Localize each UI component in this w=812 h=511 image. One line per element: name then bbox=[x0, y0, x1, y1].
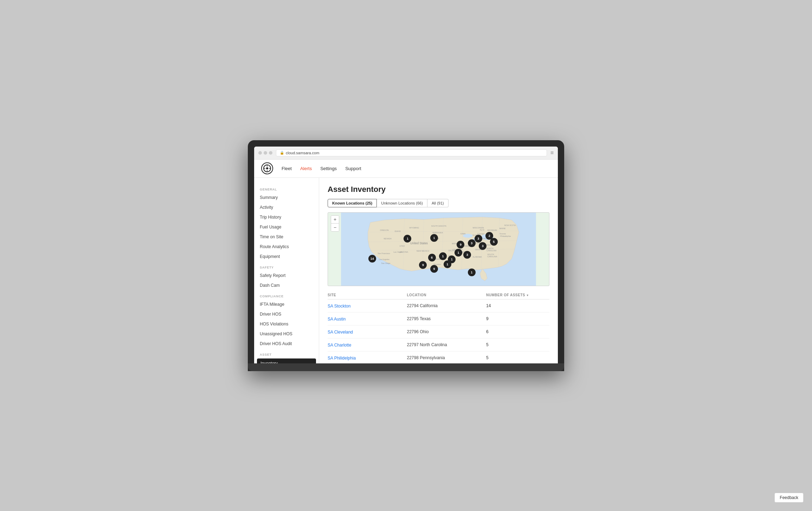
svg-text:Chicago: Chicago bbox=[477, 233, 484, 235]
sidebar-item-activity[interactable]: Activity bbox=[254, 202, 319, 212]
map-pin-8: 1 bbox=[448, 256, 456, 263]
map-container: United States OREGON NEVADA IDAHO WYOMIN… bbox=[328, 212, 549, 286]
map-pin-dallas: 6 bbox=[428, 254, 436, 261]
sidebar-item-driver-hos-audit[interactable]: Driver HOS Audit bbox=[254, 339, 319, 349]
nav-alerts[interactable]: Alerts bbox=[300, 164, 312, 173]
cell-count-0: 14 bbox=[486, 303, 549, 308]
svg-text:NJ D: NJ D bbox=[480, 228, 484, 231]
map-pin-5: 9 bbox=[430, 265, 438, 273]
lock-icon: 🔒 bbox=[280, 151, 284, 155]
sidebar-item-driver-hos[interactable]: Driver HOS bbox=[254, 309, 319, 319]
cell-site-0[interactable]: SA Stockton bbox=[328, 303, 407, 309]
map-svg: United States OREGON NEVADA IDAHO WYOMIN… bbox=[328, 213, 549, 286]
sidebar-section-safety: SAFETY bbox=[254, 261, 319, 271]
svg-text:OREGON: OREGON bbox=[380, 229, 389, 231]
sidebar-section-compliance: COMPLIANCE bbox=[254, 290, 319, 299]
map-pin-charlotte: 3 bbox=[463, 251, 471, 259]
browser-dots bbox=[258, 151, 272, 155]
svg-text:Philadelphia: Philadelphia bbox=[500, 235, 511, 237]
sidebar-section-asset: ASSET bbox=[254, 349, 319, 358]
map-pin-boston: 5 bbox=[490, 238, 498, 246]
svg-text:CAROLINA: CAROLINA bbox=[487, 255, 497, 257]
cell-site-2[interactable]: SA Cleveland bbox=[328, 329, 407, 335]
page-title: Asset Inventory bbox=[328, 185, 549, 194]
map-pin-philly: 3 bbox=[479, 242, 486, 250]
svg-text:NEVADA: NEVADA bbox=[384, 238, 392, 240]
table-row: SA Cleveland 22796 Ohio 6 bbox=[328, 325, 549, 338]
svg-text:San Francisco: San Francisco bbox=[378, 252, 390, 254]
cell-location-3: 22797 North Carolina bbox=[407, 342, 486, 347]
table-row: SA Charlotte 22797 North Carolina 5 bbox=[328, 338, 549, 351]
filter-tab-all[interactable]: All (91) bbox=[427, 199, 449, 207]
svg-text:MICHIGAN: MICHIGAN bbox=[487, 229, 497, 231]
map-pin-cleveland: 9 bbox=[457, 241, 464, 248]
svg-text:NEW MEXICO: NEW MEXICO bbox=[417, 250, 430, 252]
zoom-out-button[interactable]: − bbox=[331, 224, 339, 231]
cell-location-2: 22796 Ohio bbox=[407, 329, 486, 334]
svg-text:NOVA SCOTIA: NOVA SCOTIA bbox=[504, 225, 516, 226]
cell-site-3[interactable]: SA Charlotte bbox=[328, 342, 407, 348]
sidebar-item-equipment[interactable]: Equipment bbox=[254, 252, 319, 261]
svg-text:San Diego: San Diego bbox=[381, 262, 391, 264]
dot-green bbox=[269, 151, 272, 155]
map-pin-12: 3 bbox=[468, 239, 476, 247]
svg-text:NEBRASKA: NEBRASKA bbox=[432, 231, 443, 233]
nav-support[interactable]: Support bbox=[345, 164, 361, 173]
filter-tabs: Known Locations (25) Unknown Locations (… bbox=[328, 199, 549, 207]
cell-location-0: 22794 California bbox=[407, 303, 486, 308]
cell-count-4: 5 bbox=[486, 355, 549, 360]
filter-tab-unknown[interactable]: Unknown Locations (66) bbox=[377, 199, 427, 207]
nav-settings[interactable]: Settings bbox=[320, 164, 337, 173]
map-pin-florida: 1 bbox=[468, 269, 476, 276]
svg-text:MAINE: MAINE bbox=[500, 227, 506, 229]
map-pin-austin: 9 bbox=[419, 261, 427, 269]
col-header-site: SITE bbox=[328, 293, 407, 297]
sidebar-item-trip-history[interactable]: Trip History bbox=[254, 212, 319, 222]
table-row: SA Austin 22795 Texas 9 bbox=[328, 312, 549, 325]
table-row: SA Stockton 22794 California 14 bbox=[328, 299, 549, 312]
browser-menu-icon[interactable]: ≡ bbox=[550, 150, 554, 156]
svg-text:WYOMING: WYOMING bbox=[409, 227, 419, 229]
map-pin-stockton: 14 bbox=[368, 255, 376, 263]
sidebar-item-summary[interactable]: Summary bbox=[254, 193, 319, 202]
map-pin-9: 1 bbox=[455, 249, 462, 257]
svg-text:IOWA: IOWA bbox=[460, 233, 466, 235]
cell-site-4[interactable]: SA Philidelphia bbox=[328, 355, 407, 361]
table-header: SITE LOCATION NUMBER OF ASSETS bbox=[328, 291, 549, 299]
svg-text:United States: United States bbox=[410, 241, 428, 245]
sidebar-item-dash-cam[interactable]: Dash Cam bbox=[254, 280, 319, 290]
cell-count-1: 9 bbox=[486, 316, 549, 321]
svg-text:CAROLINA: CAROLINA bbox=[486, 249, 497, 251]
sidebar-item-ifta-mileage[interactable]: IFTA Mileage bbox=[254, 299, 319, 309]
filter-tab-known[interactable]: Known Locations (25) bbox=[328, 199, 377, 207]
sidebar-item-unassigned-hos[interactable]: Unassigned HOS bbox=[254, 329, 319, 339]
svg-text:Las Vegas: Las Vegas bbox=[393, 251, 402, 253]
feedback-button[interactable]: Feedback bbox=[774, 493, 804, 503]
sidebar-item-fuel-usage[interactable]: Fuel Usage bbox=[254, 222, 319, 232]
sidebar-item-hos-violations[interactable]: HOS Violations bbox=[254, 319, 319, 329]
nav-fleet[interactable]: Fleet bbox=[282, 164, 292, 173]
sidebar-item-safety-report[interactable]: Safety Report bbox=[254, 271, 319, 280]
sidebar-item-time-on-site[interactable]: Time on Site bbox=[254, 232, 319, 242]
col-header-assets[interactable]: NUMBER OF ASSETS bbox=[486, 293, 549, 297]
svg-text:Los Angeles: Los Angeles bbox=[379, 258, 389, 260]
map-controls: + − bbox=[331, 215, 339, 232]
cell-site-1[interactable]: SA Austin bbox=[328, 316, 407, 322]
cell-location-1: 22795 Texas bbox=[407, 316, 486, 321]
url-text: cloud.samsara.com bbox=[286, 151, 319, 155]
sidebar-item-route-analytics[interactable]: Route Analytics bbox=[254, 242, 319, 252]
map-pin-2: 1 bbox=[430, 234, 438, 242]
col-header-location: LOCATION bbox=[407, 293, 486, 297]
cell-count-3: 5 bbox=[486, 342, 549, 347]
svg-text:IDAHO: IDAHO bbox=[395, 230, 401, 232]
top-nav: Fleet Alerts Settings Support bbox=[254, 160, 558, 178]
browser-chrome: 🔒 cloud.samsara.com ≡ bbox=[254, 147, 558, 160]
main-content: Asset Inventory Known Locations (25) Unk… bbox=[319, 178, 558, 363]
svg-text:SOUTH DAKOTA: SOUTH DAKOTA bbox=[431, 225, 447, 227]
zoom-in-button[interactable]: + bbox=[331, 216, 339, 224]
svg-text:Toronto: Toronto bbox=[500, 233, 506, 235]
sidebar: GENERAL Summary Activity Trip History Fu… bbox=[254, 178, 319, 363]
table-row: SA Philidelphia 22798 Pennsylvania 5 bbox=[328, 351, 549, 363]
sidebar-item-inventory[interactable]: Inventory bbox=[257, 358, 316, 363]
address-bar[interactable]: 🔒 cloud.samsara.com bbox=[276, 149, 547, 156]
